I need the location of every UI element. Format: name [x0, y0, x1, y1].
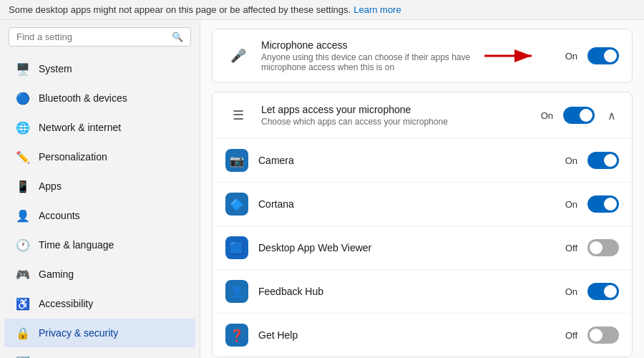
- search-icon: 🔍: [172, 32, 183, 42]
- app-info-camera: Camera: [258, 155, 546, 166]
- let-apps-desc: Choose which apps can access your microp…: [261, 117, 522, 127]
- topbar-message: Some desktop apps might not appear on th…: [9, 4, 351, 15]
- sidebar-item-gaming[interactable]: 🎮 Gaming: [4, 260, 195, 289]
- sidebar-item-privacy[interactable]: 🔒 Privacy & security: [4, 319, 195, 347]
- app-row-get-help: ❓ Get Help Off: [213, 314, 632, 357]
- app-name-desktop-app-web-viewer: Desktop App Web Viewer: [258, 242, 546, 253]
- app-toggle-cortana[interactable]: [587, 195, 619, 213]
- sidebar-icon-accounts: 👤: [16, 208, 30, 223]
- sidebar-icon-apps: 📱: [16, 179, 30, 193]
- let-apps-row: ☰ Let apps access your microphone Choose…: [213, 92, 632, 139]
- sidebar-icon-accessibility: ♿: [16, 296, 30, 311]
- app-toggle-camera[interactable]: [587, 152, 619, 169]
- sidebar-icon-network: 🌐: [16, 120, 30, 135]
- sidebar-item-network[interactable]: 🌐 Network & internet: [4, 113, 195, 142]
- app-row-camera: 📷 Camera On: [213, 139, 632, 183]
- app-icon-camera: 📷: [225, 149, 248, 172]
- app-name-feedback-hub: Feedback Hub: [258, 286, 546, 297]
- sidebar-label-network: Network & internet: [39, 122, 121, 133]
- sidebar-item-bluetooth[interactable]: 🔵 Bluetooth & devices: [4, 84, 195, 112]
- let-apps-toggle[interactable]: [563, 107, 595, 124]
- app-info-get-help: Get Help: [258, 329, 546, 341]
- app-name-cortana: Cortana: [258, 198, 546, 210]
- apps-microphone-card: ☰ Let apps access your microphone Choose…: [212, 92, 633, 357]
- microphone-access-desc: Anyone using this device can choose if t…: [261, 52, 473, 72]
- search-box[interactable]: 🔍: [9, 27, 191, 47]
- microphone-access-card: 🎤 Microphone access Anyone using this de…: [212, 29, 633, 83]
- app-toggle-feedback-hub[interactable]: [587, 283, 619, 300]
- main-content: 🎤 Microphone access Anyone using this de…: [200, 20, 644, 358]
- microphone-access-toggle[interactable]: [587, 47, 619, 64]
- app-row-feedback-hub: 👤 Feedback Hub On: [213, 270, 632, 314]
- sidebar-label-accessibility: Accessibility: [39, 298, 93, 309]
- sidebar-icon-gaming: 🎮: [16, 267, 30, 281]
- sidebar-label-time: Time & language: [39, 239, 114, 251]
- sidebar-icon-windows-update: 🔄: [16, 355, 30, 358]
- app-name-camera: Camera: [258, 155, 546, 166]
- let-apps-state: On: [532, 110, 553, 121]
- app-toggle-desktop-app-web-viewer[interactable]: [587, 239, 619, 256]
- app-icon-feedback-hub: 👤: [225, 280, 248, 303]
- apps-microphone-icon: ☰: [225, 102, 251, 128]
- sidebar-label-bluetooth: Bluetooth & devices: [39, 92, 127, 104]
- microphone-access-state: On: [556, 51, 577, 62]
- sidebar-icon-system: 🖥️: [16, 62, 30, 76]
- arrow-svg: [483, 45, 540, 67]
- app-name-get-help: Get Help: [258, 329, 546, 341]
- sidebar-item-personalization[interactable]: ✏️ Personalization: [4, 142, 195, 171]
- app-toggle-get-help[interactable]: [587, 326, 619, 344]
- let-apps-expand[interactable]: ∧: [605, 106, 619, 125]
- sidebar-label-gaming: Gaming: [39, 268, 74, 280]
- sidebar-item-accounts[interactable]: 👤 Accounts: [4, 201, 195, 230]
- sidebar-icon-bluetooth: 🔵: [16, 91, 30, 105]
- app-state-camera: On: [556, 155, 577, 166]
- sidebar-item-windows-update[interactable]: 🔄 Windows Update: [4, 348, 195, 358]
- app-info-cortana: Cortana: [258, 198, 546, 210]
- let-apps-info: Let apps access your microphone Choose w…: [261, 104, 522, 127]
- sidebar-item-system[interactable]: 🖥️ System: [4, 54, 195, 83]
- app-icon-get-help: ❓: [225, 324, 248, 347]
- sidebar-label-accounts: Accounts: [39, 210, 80, 221]
- sidebar-label-personalization: Personalization: [39, 151, 107, 163]
- sidebar-icon-time: 🕐: [16, 238, 30, 252]
- app-info-desktop-app-web-viewer: Desktop App Web Viewer: [258, 242, 546, 253]
- sidebar-label-apps: Apps: [39, 180, 62, 192]
- microphone-access-info: Microphone access Anyone using this devi…: [261, 39, 473, 72]
- app-icon-cortana: 🔷: [225, 193, 248, 216]
- sidebar-item-apps[interactable]: 📱 Apps: [4, 172, 195, 200]
- app-row-desktop-app-web-viewer: 🟦 Desktop App Web Viewer Off: [213, 226, 632, 270]
- app-icon-desktop-app-web-viewer: 🟦: [225, 236, 248, 259]
- microphone-access-row: 🎤 Microphone access Anyone using this de…: [213, 29, 632, 82]
- let-apps-title: Let apps access your microphone: [261, 104, 522, 115]
- sidebar-label-privacy: Privacy & security: [39, 327, 118, 339]
- sidebar-icon-personalization: ✏️: [16, 150, 30, 164]
- sidebar-item-accessibility[interactable]: ♿ Accessibility: [4, 289, 195, 318]
- sidebar-item-time[interactable]: 🕐 Time & language: [4, 231, 195, 259]
- app-row-cortana: 🔷 Cortana On: [213, 183, 632, 226]
- search-input[interactable]: [16, 32, 172, 42]
- top-bar: Some desktop apps might not appear on th…: [0, 0, 644, 20]
- learn-more-link[interactable]: Learn more: [353, 4, 401, 15]
- sidebar-icon-privacy: 🔒: [16, 326, 30, 340]
- app-state-cortana: On: [556, 199, 577, 210]
- app-state-desktop-app-web-viewer: Off: [556, 243, 577, 253]
- microphone-access-title: Microphone access: [261, 39, 473, 51]
- app-info-feedback-hub: Feedback Hub: [258, 286, 546, 297]
- app-state-get-help: Off: [556, 330, 577, 341]
- sidebar: 🔍 🖥️ System 🔵 Bluetooth & devices 🌐 Netw…: [0, 20, 200, 358]
- red-arrow-indicator: [483, 45, 540, 67]
- sidebar-label-system: System: [39, 63, 72, 74]
- microphone-icon: 🎤: [225, 43, 251, 69]
- app-state-feedback-hub: On: [556, 286, 577, 297]
